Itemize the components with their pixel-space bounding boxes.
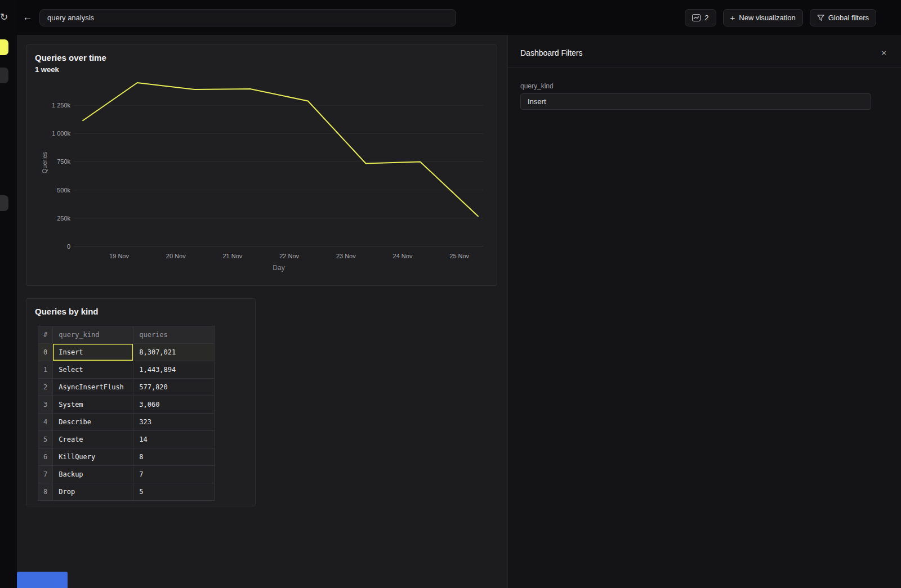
queries-value-cell[interactable]: 3,060 (133, 396, 215, 414)
table-card[interactable]: Queries by kind #query_kindqueries 0Inse… (26, 298, 256, 506)
table-header-row: #query_kindqueries (38, 326, 215, 344)
line-chart (74, 79, 483, 246)
y-tick-label: 500k (35, 187, 70, 194)
query-kind-cell[interactable]: Insert (53, 344, 133, 361)
y-tick-label: 1 250k (35, 102, 70, 109)
table-body: 0Insert8,307,0211Select1,443,8942AsyncIn… (38, 344, 215, 501)
x-axis-title: Day (262, 264, 296, 272)
back-button[interactable]: ← (21, 11, 34, 24)
table-row: 7Backup7 (38, 466, 215, 483)
chart-title: Queries over time (35, 53, 106, 62)
queries-value-cell[interactable]: 7 (133, 466, 215, 483)
partial-blue-button[interactable] (17, 572, 68, 588)
row-index-cell: 3 (38, 396, 53, 414)
query-kind-cell[interactable]: System (53, 396, 133, 414)
x-tick-label: 25 Nov (440, 253, 479, 259)
chart-subtitle: 1 week (35, 65, 59, 74)
row-index-cell: 6 (38, 448, 53, 466)
queries-value-cell[interactable]: 1,443,894 (133, 361, 215, 379)
query-kind-cell[interactable]: Backup (53, 466, 133, 483)
new-visualization-label: New visualization (739, 14, 795, 22)
x-tick-label: 24 Nov (383, 253, 422, 259)
dashboard-filters-panel: Dashboard Filters × query_kind (507, 35, 901, 588)
queries-value-cell[interactable]: 577,820 (133, 379, 215, 396)
query-kind-cell[interactable]: Create (53, 431, 133, 448)
column-header-index[interactable]: # (38, 326, 53, 344)
x-tick-label: 22 Nov (270, 253, 309, 259)
queries-value-cell[interactable]: 8,307,021 (133, 344, 215, 361)
visualization-count-button[interactable]: 2 (685, 9, 716, 26)
rail-item-active[interactable] (0, 39, 8, 55)
query-kind-cell[interactable]: KillQuery (53, 448, 133, 466)
query-kind-cell[interactable]: Select (53, 361, 133, 379)
visualization-icon (692, 14, 701, 21)
topbar-actions: 2 + New visualization Global filters (685, 9, 876, 26)
y-tick-label: 250k (35, 215, 70, 222)
line-series (83, 83, 478, 216)
rail-item[interactable] (0, 68, 8, 83)
table-row: 3System3,060 (38, 396, 215, 414)
query-kind-cell[interactable]: Drop (53, 483, 133, 501)
rail-item[interactable] (0, 195, 8, 211)
dashboard-title-input[interactable] (39, 9, 456, 26)
table-row: 8Drop5 (38, 483, 215, 501)
row-index-cell: 2 (38, 379, 53, 396)
query-kind-cell[interactable]: AsyncInsertFlush (53, 379, 133, 396)
new-visualization-button[interactable]: + New visualization (723, 9, 803, 26)
filter-field-label: query_kind (520, 82, 889, 90)
panel-header: Dashboard Filters × (508, 35, 901, 68)
panel-title: Dashboard Filters (520, 48, 583, 57)
row-index-cell: 1 (38, 361, 53, 379)
queries-value-cell[interactable]: 5 (133, 483, 215, 501)
x-tick-label: 23 Nov (326, 253, 365, 259)
visualization-count: 2 (704, 14, 708, 22)
queries-by-kind-table: #query_kindqueries 0Insert8,307,0211Sele… (38, 326, 215, 501)
x-tick-label: 20 Nov (156, 253, 195, 259)
table-row: 4Describe323 (38, 414, 215, 431)
table-row: 2AsyncInsertFlush577,820 (38, 379, 215, 396)
column-header-queries[interactable]: queries (133, 326, 215, 344)
table-row: 1Select1,443,894 (38, 361, 215, 379)
chart-card[interactable]: Queries over time 1 week Queries 0250k50… (26, 44, 497, 286)
app-root: { "icons": { "back": "←", "close": "×", … (0, 0, 901, 588)
queries-value-cell[interactable]: 323 (133, 414, 215, 431)
table-title: Queries by kind (35, 307, 99, 316)
filter-icon (817, 14, 824, 21)
dashboard-canvas: Queries over time 1 week Queries 0250k50… (17, 35, 507, 588)
sidebar-rail: ↻ (0, 0, 17, 588)
y-tick-label: 1 000k (35, 130, 70, 137)
table-row: 6KillQuery8 (38, 448, 215, 466)
queries-value-cell[interactable]: 8 (133, 448, 215, 466)
row-index-cell: 8 (38, 483, 53, 501)
x-tick-label: 19 Nov (100, 253, 139, 259)
row-index-cell: 4 (38, 414, 53, 431)
row-index-cell: 7 (38, 466, 53, 483)
row-index-cell: 5 (38, 431, 53, 448)
y-tick-label: 0 (35, 243, 70, 250)
table-row: 0Insert8,307,021 (38, 344, 215, 361)
query-kind-filter-input[interactable] (520, 93, 871, 110)
column-header-query_kind[interactable]: query_kind (53, 326, 133, 344)
x-tick-label: 21 Nov (213, 253, 252, 259)
close-icon[interactable]: × (879, 47, 889, 58)
query-kind-cell[interactable]: Describe (53, 414, 133, 431)
queries-value-cell[interactable]: 14 (133, 431, 215, 448)
row-index-cell: 0 (38, 344, 53, 361)
topbar: ← 2 + New visualization Global filters (17, 0, 901, 35)
global-filters-button[interactable]: Global filters (810, 9, 876, 26)
history-icon[interactable]: ↻ (0, 11, 8, 23)
plus-icon: + (730, 14, 735, 22)
table-row: 5Create14 (38, 431, 215, 448)
global-filters-label: Global filters (828, 14, 869, 22)
y-tick-label: 750k (35, 158, 70, 165)
